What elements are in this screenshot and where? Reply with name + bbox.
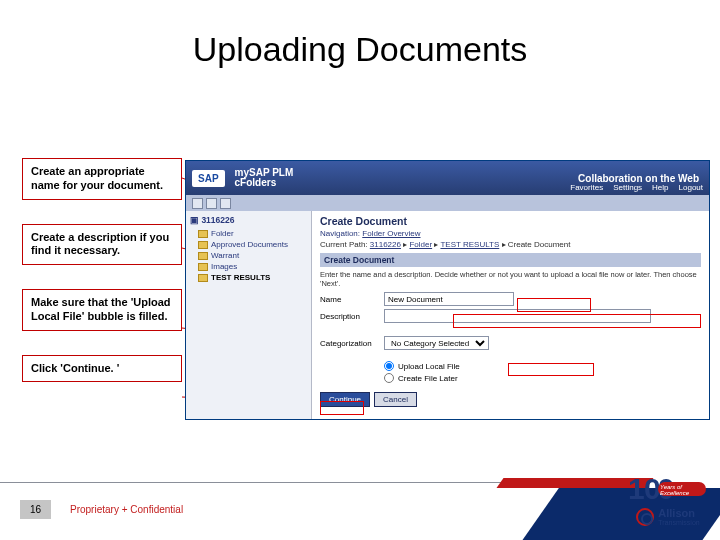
tree-panel: ▣ 3116226 Folder Approved Documents Warr… bbox=[186, 211, 312, 419]
radio-upload-local-input[interactable] bbox=[384, 361, 394, 371]
toolbar-button-3[interactable] bbox=[220, 198, 231, 209]
continue-button[interactable]: Continue bbox=[320, 392, 370, 407]
toolbar-row bbox=[186, 195, 709, 211]
callout-name: Create an appropriate name for your docu… bbox=[22, 158, 182, 200]
tree-item-folder[interactable]: Folder bbox=[190, 228, 307, 239]
tree-item-approved[interactable]: Approved Documents bbox=[190, 239, 307, 250]
callout-continue: Click 'Continue. ' bbox=[22, 355, 182, 383]
tree-item-warrant[interactable]: Warrant bbox=[190, 250, 307, 261]
label-name: Name bbox=[320, 295, 384, 304]
row-name: Name bbox=[320, 292, 701, 306]
radio-group-file: Upload Local File Create File Later bbox=[384, 361, 701, 383]
slide-title: Uploading Documents bbox=[0, 30, 720, 69]
callout-upload-bubble: Make sure that the 'Upload Local File' b… bbox=[22, 289, 182, 331]
content-panel: Create Document Navigation: Folder Overv… bbox=[312, 211, 709, 419]
link-logout[interactable]: Logout bbox=[679, 183, 703, 192]
row-description: Description bbox=[320, 309, 701, 323]
link-folder-overview[interactable]: Folder Overview bbox=[362, 229, 420, 238]
folder-icon bbox=[198, 263, 208, 271]
tagline: Collaboration on the Web bbox=[578, 173, 699, 184]
link-help[interactable]: Help bbox=[652, 183, 668, 192]
brand-sub: Transmission bbox=[658, 519, 699, 526]
link-settings[interactable]: Settings bbox=[613, 183, 642, 192]
cancel-button[interactable]: Cancel bbox=[374, 392, 417, 407]
section-header: Create Document bbox=[320, 253, 701, 267]
folder-icon bbox=[198, 241, 208, 249]
folder-icon bbox=[198, 274, 208, 282]
module-name: cFolders bbox=[235, 178, 294, 188]
brand-block: 100 Years of Excellence Allison Transmis… bbox=[628, 470, 708, 526]
hundred-logo: 100 Years of Excellence bbox=[628, 470, 708, 506]
radio-create-later-input[interactable] bbox=[384, 373, 394, 383]
folder-icon bbox=[198, 252, 208, 260]
brand-name: Allison bbox=[658, 508, 699, 519]
callout-column: Create an appropriate name for your docu… bbox=[22, 158, 182, 406]
button-row: Continue Cancel bbox=[320, 392, 701, 407]
hint-text: Enter the name and a description. Decide… bbox=[320, 270, 701, 288]
footer-divider bbox=[0, 482, 510, 483]
footer-confidential: Proprietary + Confidential bbox=[70, 504, 183, 515]
page-number: 16 bbox=[20, 500, 51, 519]
label-description: Description bbox=[320, 312, 384, 321]
allison-swirl-icon bbox=[636, 508, 654, 526]
path-test-results[interactable]: TEST RESULTS bbox=[440, 240, 499, 249]
path-row: Current Path: 3116226 ▸ Folder ▸ TEST RE… bbox=[320, 240, 701, 249]
path-folder[interactable]: Folder bbox=[409, 240, 432, 249]
navigation-row: Navigation: Folder Overview bbox=[320, 229, 701, 238]
tree-root[interactable]: ▣ 3116226 bbox=[190, 215, 307, 225]
folder-icon bbox=[198, 230, 208, 238]
callout-description: Create a description if you find it nece… bbox=[22, 224, 182, 266]
screenshot-panel: SAP mySAP PLM cFolders Collaboration on … bbox=[185, 160, 710, 420]
path-current: Create Document bbox=[508, 240, 571, 249]
label-categorization: Categorization bbox=[320, 339, 384, 348]
row-categorization: Categorization No Category Selected bbox=[320, 336, 701, 350]
toolbar-button-1[interactable] bbox=[192, 198, 203, 209]
radio-upload-local[interactable]: Upload Local File bbox=[384, 361, 701, 371]
tree-item-images[interactable]: Images bbox=[190, 261, 307, 272]
panel-title: Create Document bbox=[320, 215, 701, 227]
toolbar-button-2[interactable] bbox=[206, 198, 217, 209]
link-favorites[interactable]: Favorites bbox=[570, 183, 603, 192]
sap-logo: SAP bbox=[192, 170, 225, 187]
path-root[interactable]: 3116226 bbox=[370, 240, 401, 249]
radio-create-later[interactable]: Create File Later bbox=[384, 373, 701, 383]
select-categorization[interactable]: No Category Selected bbox=[384, 336, 489, 350]
tree-item-test-results[interactable]: TEST RESULTS bbox=[190, 272, 307, 283]
input-name[interactable] bbox=[384, 292, 514, 306]
header-links: Favorites Settings Help Logout bbox=[570, 183, 703, 192]
input-description[interactable] bbox=[384, 309, 651, 323]
